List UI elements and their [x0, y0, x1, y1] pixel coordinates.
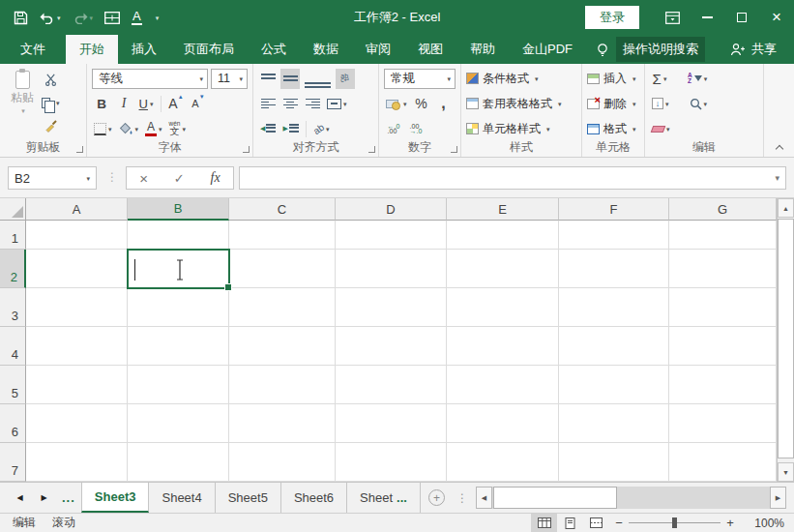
minimize-button[interactable]	[690, 0, 724, 35]
delete-cells-button[interactable]: 删除▾	[587, 93, 641, 114]
grid-cell[interactable]	[447, 221, 559, 250]
grid-cell[interactable]	[669, 327, 777, 366]
grid-cell[interactable]	[128, 443, 229, 482]
row-header-4[interactable]: 4	[0, 327, 26, 366]
insert-cells-button[interactable]: 插入▾	[587, 68, 641, 89]
tell-me-search[interactable]: 操作说明搜索	[596, 35, 705, 64]
tab-review[interactable]: 审阅	[352, 35, 404, 64]
tab-help[interactable]: 帮助	[456, 35, 509, 64]
zoom-slider-thumb[interactable]	[672, 517, 677, 528]
cell-styles-button[interactable]: 单元格样式▾	[466, 118, 578, 139]
close-button[interactable]: ×	[759, 0, 794, 35]
cell-selection-b2[interactable]	[127, 249, 230, 289]
grid-cell[interactable]	[229, 404, 336, 443]
grid-cell[interactable]	[336, 327, 447, 366]
grid-cell[interactable]	[669, 404, 777, 443]
insert-function-button[interactable]: fx	[211, 170, 221, 186]
customize-quick-access-button[interactable]: ▾	[148, 4, 165, 31]
grid-cell[interactable]	[669, 221, 777, 250]
decrease-decimal-button[interactable]: .00→.0	[406, 119, 426, 139]
grid-cell[interactable]	[336, 288, 447, 327]
tab-pdf[interactable]: 金山PDF	[509, 35, 586, 64]
tab-home[interactable]: 开始	[66, 35, 118, 64]
format-as-table-button[interactable]: 套用表格格式▾	[466, 93, 578, 114]
grid-cell[interactable]	[669, 443, 777, 482]
vertical-scroll-thumb[interactable]	[778, 219, 794, 458]
sheet-tab-sheet3[interactable]: Sheet3	[81, 483, 150, 513]
collapse-ribbon-button[interactable]	[777, 143, 784, 151]
fill-button[interactable]: ↓▾	[650, 94, 671, 114]
font-size-combo[interactable]: 11▾	[211, 69, 248, 89]
fill-color-button[interactable]: ▾	[117, 119, 141, 139]
login-button[interactable]: 登录	[585, 6, 639, 29]
decrease-indent-button[interactable]: ◀	[258, 119, 278, 139]
italic-button[interactable]: I	[114, 94, 133, 114]
sheet-nav-right-button[interactable]: ▶	[32, 483, 56, 513]
cut-button[interactable]	[40, 70, 62, 90]
underline-button[interactable]: U▾	[136, 94, 156, 114]
font-name-combo[interactable]: 等线▾	[92, 69, 208, 89]
sheet-nav-more-button[interactable]: ...	[56, 483, 81, 513]
column-header-a[interactable]: A	[26, 198, 128, 221]
grid-cell[interactable]	[336, 366, 447, 404]
save-button[interactable]	[8, 4, 34, 31]
grid-cell[interactable]	[128, 404, 229, 443]
autosum-button[interactable]: Σ▾	[650, 69, 669, 89]
grid-cell[interactable]	[128, 288, 229, 327]
grid-cell[interactable]	[229, 443, 336, 482]
sheet-tab-sheet5[interactable]: Sheet5	[216, 483, 281, 513]
sheet-nav-left-button[interactable]: ◀	[8, 483, 32, 513]
grid-cell[interactable]	[559, 404, 669, 443]
comma-style-button[interactable]: ,	[434, 94, 454, 114]
find-select-button[interactable]: ▾	[688, 94, 710, 114]
dialog-launcher-icon[interactable]	[76, 146, 83, 153]
grid-cell[interactable]	[447, 443, 559, 482]
grid-cell[interactable]	[229, 327, 336, 366]
font-color-ribbon-button[interactable]: A▾	[143, 119, 164, 139]
grid-cell[interactable]	[128, 327, 229, 366]
horizontal-scrollbar[interactable]: ◀ ▶	[476, 487, 786, 509]
grid-cell[interactable]	[26, 366, 128, 404]
column-header-f[interactable]: F	[559, 198, 669, 221]
increase-font-button[interactable]: A▲	[166, 94, 186, 114]
tab-page-layout[interactable]: 页面布局	[170, 35, 248, 64]
row-header-5[interactable]: 5	[0, 366, 26, 404]
grid-cell[interactable]	[26, 404, 128, 443]
expand-formula-bar-icon[interactable]: ▾	[775, 174, 779, 183]
grid-cell[interactable]	[447, 288, 559, 327]
decrease-font-button[interactable]: A▼	[189, 94, 208, 114]
zoom-slider[interactable]	[629, 522, 720, 523]
grid-cell[interactable]	[229, 366, 336, 404]
align-middle-button[interactable]	[280, 69, 300, 89]
table-tool-button[interactable]	[99, 4, 126, 31]
align-top-button[interactable]	[258, 69, 278, 89]
column-header-c[interactable]: C	[229, 198, 336, 221]
font-color-button[interactable]: A	[126, 4, 148, 31]
grid-cell[interactable]	[26, 250, 128, 288]
bold-button[interactable]: B	[92, 94, 111, 114]
sheet-tab-sheet4[interactable]: Sheet4	[149, 483, 215, 513]
align-right-button[interactable]	[303, 94, 322, 114]
page-break-view-button[interactable]	[583, 514, 609, 532]
formula-input[interactable]: ▾	[239, 166, 786, 190]
column-header-g[interactable]: G	[669, 198, 777, 221]
column-header-b[interactable]: B	[128, 198, 229, 221]
dialog-launcher-icon[interactable]	[368, 146, 375, 153]
tab-view[interactable]: 视图	[404, 35, 456, 64]
align-bottom-button[interactable]	[303, 69, 333, 89]
grid-cell[interactable]	[336, 443, 447, 482]
vertical-scrollbar[interactable]: ▲ ▼	[777, 198, 794, 482]
ribbon-display-options-button[interactable]	[655, 0, 690, 35]
number-format-combo[interactable]: 常规▾	[384, 69, 456, 89]
grid-cell[interactable]	[229, 250, 336, 288]
maximize-button[interactable]	[724, 0, 759, 35]
phonetic-guide-button[interactable]: wén文▾	[167, 119, 188, 139]
grid-cell[interactable]	[128, 366, 229, 404]
grid-cell[interactable]	[26, 327, 128, 366]
row-header-1[interactable]: 1	[0, 221, 26, 250]
cancel-button[interactable]: ×	[139, 170, 148, 187]
grid-cell[interactable]	[229, 221, 336, 250]
grid-cell[interactable]	[336, 221, 447, 250]
grid-cell[interactable]	[26, 443, 128, 482]
conditional-formatting-button[interactable]: 条件格式▾	[466, 68, 578, 89]
